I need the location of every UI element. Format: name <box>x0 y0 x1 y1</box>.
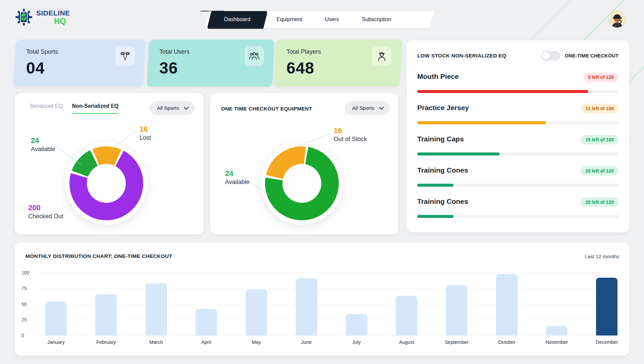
stock-progress-fill <box>417 184 453 187</box>
stock-progress-track <box>417 184 619 187</box>
eq-sport-filter-dropdown[interactable]: All Sports <box>150 101 195 115</box>
donut-value: 200 <box>28 203 63 213</box>
nav-tab-label: Dashboard <box>224 16 250 22</box>
donut-caption: Available <box>31 145 55 153</box>
x-axis-label-july: July <box>333 339 380 345</box>
stock-item-badge: 20 left of 120 <box>581 166 619 176</box>
nav-tab-label: Equipment <box>276 16 302 22</box>
donut-value: 24 <box>225 169 250 178</box>
x-axis-label-june: June <box>283 339 330 345</box>
stock-progress-fill <box>417 215 453 218</box>
otc-sport-filter-value: All Sports <box>352 105 374 111</box>
x-axis-label-february: February <box>83 339 129 345</box>
y-axis-tick: 0 <box>21 333 35 338</box>
users-group-icon <box>245 46 264 66</box>
non-serialized-eq-panel: Serialized EQ Non-Serialized EQ All Spor… <box>15 93 203 234</box>
stock-item-badge: 15 left of 100 <box>581 135 619 144</box>
gridline-25 <box>36 320 620 320</box>
dashboard-page: SIDELINE HQ DashboardEquipmentUsersSubsc… <box>0 0 644 364</box>
donut-label-available: 24 Available <box>31 136 55 153</box>
stock-progress-track <box>417 121 619 124</box>
stock-item-badge: 20 left of 120 <box>581 197 619 207</box>
chevron-down-icon <box>379 107 384 110</box>
donut-value: 16 <box>140 125 151 134</box>
x-axis-label-may: May <box>233 339 280 345</box>
otc-panel-title: ONE TIME CHECKOUT EQUIPMENT <box>221 106 312 112</box>
gridline-75 <box>36 288 620 289</box>
otc-sport-filter-dropdown[interactable]: All Sports <box>345 101 390 115</box>
x-axis-label-april: April <box>183 339 230 345</box>
donut-value: 16 <box>334 126 367 135</box>
x-axis-label-october: October <box>483 339 530 345</box>
stock-item-badge: 5 left of 120 <box>583 73 619 82</box>
player-icon <box>372 46 391 66</box>
checkered-flags-icon <box>115 46 135 66</box>
low-stock-item: Training Cones 20 left of 120 <box>417 197 619 229</box>
donut-hole <box>87 164 126 203</box>
toggle-label: ONE-TIME CHECKOUT <box>565 53 619 58</box>
low-stock-item: Practice Jersey 11 left of 100 <box>417 104 619 135</box>
donut-label-checked-out: 200 Checked Out <box>28 203 63 220</box>
donut-caption: Out of Stock <box>334 135 367 143</box>
user-avatar[interactable] <box>609 11 626 28</box>
bar-october <box>496 274 518 335</box>
monthly-bar-chart: 0255075100JanuaryFebruaryMarchAprilMayJu… <box>15 242 629 356</box>
brand-top-text: SIDELINE <box>36 9 70 16</box>
gridline-0 <box>36 335 620 336</box>
stock-progress-track <box>417 90 619 93</box>
donut-label-available: 24 Available <box>225 169 250 186</box>
toggle-knob <box>542 52 550 60</box>
bar-august <box>396 296 417 335</box>
bar-september <box>446 285 467 335</box>
x-axis-label-september: September <box>433 339 480 345</box>
stat-card-total-players: Total Players 648 <box>274 40 402 87</box>
y-axis-tick: 100 <box>21 270 35 275</box>
bar-january <box>45 302 67 335</box>
one-time-checkout-panel: ONE TIME CHECKOUT EQUIPMENT All Sports 1… <box>210 93 398 234</box>
stock-item-badge: 11 left of 100 <box>581 104 619 113</box>
low-stock-title: LOW STOCK NON-SERIALIZED EQ <box>417 53 506 59</box>
gear-logo-icon <box>15 7 33 27</box>
stock-progress-fill <box>417 152 500 155</box>
bar-december <box>596 278 618 335</box>
low-stock-item: Mouth Piece 5 left of 120 <box>417 73 619 104</box>
y-axis-tick: 75 <box>21 286 35 291</box>
low-stock-panel: LOW STOCK NON-SERIALIZED EQ ONE-TIME CHE… <box>407 40 629 232</box>
stat-card-total-sports: Total Sports 04 <box>13 40 145 87</box>
bar-may <box>246 289 267 335</box>
brand-wordmark: SIDELINE HQ <box>36 9 70 25</box>
nav-tab-users[interactable]: Users <box>314 11 351 28</box>
bar-march <box>146 283 167 335</box>
stock-progress-fill <box>417 121 546 124</box>
donut-value: 24 <box>31 136 55 145</box>
nav-tab-dashboard[interactable]: Dashboard <box>207 11 267 28</box>
brand-bottom-text: HQ <box>36 17 70 25</box>
nav-tab-equipment[interactable]: Equipment <box>265 11 314 28</box>
tab-serialized-eq[interactable]: Serialized EQ <box>30 103 63 113</box>
x-axis-label-january: January <box>33 339 79 345</box>
eq-tabs: Serialized EQ Non-Serialized EQ <box>30 103 119 114</box>
bar-february <box>95 294 117 335</box>
one-time-checkout-toggle[interactable] <box>541 51 560 60</box>
gridline-50 <box>36 304 620 305</box>
bar-november <box>546 326 568 335</box>
nav-tab-subscription[interactable]: Subscription <box>351 11 403 28</box>
y-axis-tick: 50 <box>21 302 35 307</box>
bar-june <box>296 278 317 335</box>
x-axis-label-december: December <box>583 339 630 345</box>
donut-caption: Available <box>225 178 250 186</box>
nav-tab-label: Users <box>325 16 339 22</box>
donut-label-lost: 16 Lost <box>140 125 151 141</box>
low-stock-list: Mouth Piece 5 left of 120 Practice Jerse… <box>417 73 619 229</box>
donut-label-out-of-stock: 16 Out of Stock <box>334 126 367 143</box>
stat-card-total-users: Total Users 36 <box>147 40 274 87</box>
avatar-image <box>609 11 626 28</box>
x-axis-label-march: March <box>133 339 180 345</box>
x-axis-label-november: November <box>533 339 580 345</box>
bar-july <box>346 314 367 335</box>
tab-non-serialized-eq[interactable]: Non-Serialized EQ <box>72 103 119 114</box>
eq-sport-filter-value: All Sports <box>157 105 179 111</box>
app-logo: SIDELINE HQ <box>15 7 70 27</box>
monthly-distribution-panel: MONTHLY DISTRIBUTION CHART: ONE-TIME CHE… <box>15 242 629 356</box>
donut-hole <box>282 164 321 203</box>
